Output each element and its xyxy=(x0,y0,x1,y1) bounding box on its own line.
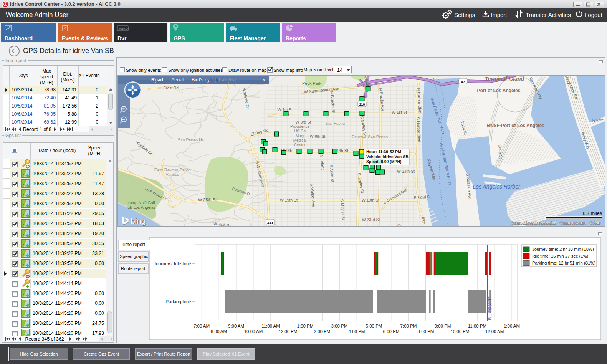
svg-text:Peck Park: Peck Park xyxy=(302,81,322,86)
svg-text:0.7 miles: 0.7 miles xyxy=(583,211,602,216)
svg-text:7:00 AM: 7:00 AM xyxy=(194,324,210,328)
svg-text:10:00 AM: 10:00 AM xyxy=(244,329,263,334)
svg-text:Road: Road xyxy=(151,77,163,83)
svg-text:Journey / Idle time: Journey / Idle time xyxy=(154,261,191,266)
svg-text:10:00 PM: 10:00 PM xyxy=(450,329,469,334)
svg-text:Port of Los Angeles: Port of Los Angeles xyxy=(477,88,521,93)
svg-text:47: 47 xyxy=(461,79,465,84)
svg-text:Medical: Medical xyxy=(293,138,306,142)
svg-text:Time report: Time report xyxy=(122,242,146,247)
svg-text:4:00 PM: 4:00 PM xyxy=(349,329,365,334)
svg-text:Hour: 11:39:52 PM: Hour: 11:39:52 PM xyxy=(366,149,401,154)
svg-text:W 6th St: W 6th St xyxy=(310,134,325,139)
svg-text:12:00 PM: 12:00 PM xyxy=(278,329,297,334)
svg-text:7:00 PM: 7:00 PM xyxy=(400,324,417,328)
svg-text:Parking time: Parking time xyxy=(165,299,191,304)
svg-text:lub-Los Angelas: lub-Los Angelas xyxy=(127,205,155,210)
svg-text:MERGE: MERGE xyxy=(119,27,129,30)
svg-text:Los Angeles Harbor: Los Angeles Harbor xyxy=(473,184,521,190)
svg-text:9th St: 9th St xyxy=(337,148,349,153)
svg-text:3:00 PM: 3:00 PM xyxy=(331,324,348,328)
svg-text:Labels: Labels xyxy=(219,77,234,83)
svg-text:|: | xyxy=(215,77,216,83)
svg-text:8:00 PM: 8:00 PM xyxy=(418,329,434,334)
svg-text:Center: Center xyxy=(294,143,306,147)
svg-text:Aerial: Aerial xyxy=(171,77,184,83)
svg-text:Mary: Mary xyxy=(296,134,304,138)
svg-text:5:00 PM: 5:00 PM xyxy=(366,324,382,328)
svg-text:rump Nat'l Golf: rump Nat'l Golf xyxy=(128,200,155,205)
svg-text:1:00 AM: 1:00 AM xyxy=(504,324,520,328)
svg-text:Route report: Route report xyxy=(121,266,146,271)
svg-text:Crest Rd: Crest Rd xyxy=(163,86,178,90)
svg-text:BNSF-Port of Los Angeles: BNSF-Port of Los Angeles xyxy=(487,123,544,128)
svg-text:9:00 AM: 9:00 AM xyxy=(228,324,244,328)
svg-text:Providence: Providence xyxy=(290,124,309,129)
svg-text:Journey time: 2 hr 33 min (18%: Journey time: 2 hr 33 min (18%) xyxy=(532,247,594,251)
svg-text:Lit'l Co: Lit'l Co xyxy=(294,129,306,133)
svg-text:1:00 PM: 1:00 PM xyxy=(297,324,314,328)
svg-text:aleste: aleste xyxy=(207,77,220,83)
svg-text:Parking time: 12 hr 51 min (81: Parking time: 12 hr 51 min (81%) xyxy=(532,261,595,265)
svg-text:Idle time: 16 min 27 sec (1%): Idle time: 16 min 27 sec (1%) xyxy=(532,254,589,258)
svg-text:110: 110 xyxy=(359,102,365,106)
svg-text:8:00 AM: 8:00 AM xyxy=(211,329,227,334)
svg-text:11:00 AM: 11:00 AM xyxy=(261,324,280,328)
svg-text:© 2014 Microsoft Corporation: © 2014 Microsoft Corporation © 2010 NAVT… xyxy=(511,221,601,225)
svg-text:Terminal Island: Terminal Island xyxy=(485,76,524,82)
svg-text:Vehicle: idrive Van SB: Vehicle: idrive Van SB xyxy=(366,154,409,159)
svg-text:9:00 PM: 9:00 PM xyxy=(435,324,451,328)
svg-text:W 23rd St: W 23rd St xyxy=(362,217,380,222)
svg-text:11:39:52 PM: 11:39:52 PM xyxy=(488,296,492,320)
svg-text:W 1st St: W 1st St xyxy=(392,110,407,114)
svg-text:W 13th St: W 13th St xyxy=(397,169,415,174)
svg-text:W 3rd St: W 3rd St xyxy=(296,120,311,124)
svg-text:|: | xyxy=(235,77,236,83)
svg-text:12:00 AM: 12:00 AM xyxy=(485,329,504,334)
svg-text:2:00 PM: 2:00 PM xyxy=(314,329,331,334)
svg-text:Speed: 0.00 (MPH): Speed: 0.00 (MPH) xyxy=(366,159,402,164)
svg-text:Speed graphic: Speed graphic xyxy=(120,254,148,259)
svg-text:«: « xyxy=(263,78,265,83)
svg-text:11:00 PM: 11:00 PM xyxy=(468,324,486,328)
svg-text:6:00 PM: 6:00 PM xyxy=(383,329,400,334)
svg-text:W 19th St: W 19th St xyxy=(362,198,379,202)
svg-text:W 25th St: W 25th St xyxy=(198,197,217,202)
svg-text:213: 213 xyxy=(267,220,273,225)
svg-text:W 19th St: W 19th St xyxy=(280,198,298,202)
svg-text:bing: bing xyxy=(131,217,146,225)
